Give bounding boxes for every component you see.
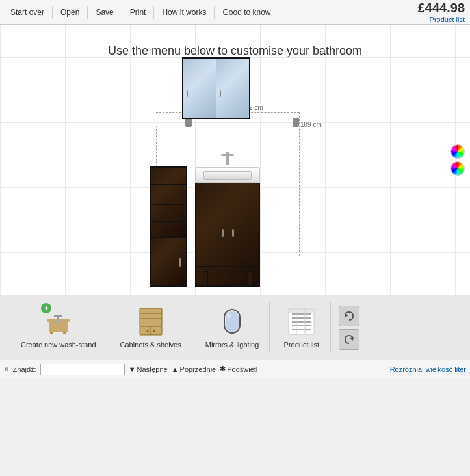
dimension-label-2: 189 cm (299, 121, 323, 128)
shelf-unit[interactable] (150, 166, 187, 287)
separator (214, 6, 215, 19)
sink-basin (203, 171, 252, 180)
dim-line-vert (299, 112, 300, 256)
bottom-toolbar: + Create new wash-stand (0, 295, 470, 360)
find-prev-label: Poprzednie (180, 365, 216, 373)
cabinet-legs-row (196, 267, 259, 285)
find-next-label: Następne (137, 365, 168, 373)
cabinet-doors-row (196, 183, 259, 267)
plus-badge: + (44, 306, 73, 337)
arrow-down-icon: ▼ (129, 365, 136, 373)
color-pickers (450, 144, 465, 176)
handle-right (232, 229, 234, 237)
shelf-door-handle (179, 258, 181, 267)
mirror-icon-svg (222, 307, 242, 336)
separator (52, 6, 53, 19)
cabinets-label: Cabinets & shelves (120, 340, 181, 349)
cabinet-icon-svg (138, 307, 163, 336)
svg-rect-25 (289, 309, 314, 313)
product-list-icon-svg (287, 307, 316, 336)
handle-left (222, 229, 224, 237)
leg-left (203, 271, 208, 285)
mirror-door-left[interactable] (183, 59, 216, 118)
separator (153, 6, 154, 19)
mirror-cabinet-body (182, 57, 250, 119)
undo-button[interactable] (339, 306, 359, 326)
bracket-left (185, 118, 192, 127)
svg-point-6 (53, 319, 63, 323)
highlight-icon: ✱ (220, 365, 226, 373)
browser-find-bar: × Znajdź: ▼ Następne ▲ Poprzednie ✱ Podś… (0, 360, 470, 378)
good-to-know-button[interactable]: Good to know (217, 5, 276, 20)
undo-icon (343, 310, 355, 322)
shelf-divider-3 (151, 221, 186, 222)
action-buttons (339, 306, 359, 350)
product-list-icon (285, 305, 318, 337)
svg-point-16 (227, 313, 231, 319)
svg-rect-7 (140, 308, 162, 326)
mirrors-lighting-tool[interactable]: Mirrors & lighting (195, 302, 270, 352)
svg-rect-1 (49, 322, 68, 332)
price-area: £444.98 Product list (418, 1, 465, 23)
mirror-door-right[interactable] (216, 59, 249, 118)
highlight-button[interactable]: ✱ Podświetl (220, 365, 257, 373)
svg-rect-15 (226, 311, 239, 332)
top-toolbar: Start over Open Save Print How it works … (0, 0, 470, 25)
cabinet-door-right[interactable] (228, 183, 259, 266)
svg-point-13 (153, 330, 155, 332)
product-list-link[interactable]: Product list (418, 16, 465, 23)
start-over-button[interactable]: Start over (5, 5, 49, 20)
product-list-label: Product list (284, 340, 319, 349)
find-next-button[interactable]: ▼ Następne (129, 365, 168, 373)
shelf-divider-2 (151, 204, 186, 205)
find-label: Znajdź: (13, 365, 36, 373)
svg-marker-27 (350, 337, 353, 341)
washstand-unit[interactable] (195, 167, 260, 287)
find-prev-button[interactable]: ▲ Poprzednie (172, 365, 216, 373)
product-list-tool[interactable]: Product list (272, 302, 331, 352)
mirror-handle-left (187, 90, 188, 97)
shelf-door-section (150, 238, 187, 287)
svg-marker-26 (345, 313, 348, 317)
faucet-stem (226, 152, 229, 165)
color-picker-1[interactable] (450, 144, 465, 159)
sink-top (195, 167, 260, 183)
canvas-area: Use the menu below to customise your bat… (0, 25, 470, 295)
faucet-spout (221, 154, 234, 156)
separator (87, 6, 88, 19)
instruction-text: Use the menu below to customise your bat… (0, 44, 470, 58)
color-picker-2[interactable] (450, 161, 465, 176)
bracket-right (293, 118, 299, 127)
cabinet-door-left[interactable] (196, 183, 228, 266)
mirrors-label: Mirrors & lighting (205, 340, 259, 349)
create-washstand-label: Create new wash-stand (21, 340, 96, 349)
create-washstand-icon: + (42, 305, 75, 337)
shelf-divider-1 (151, 184, 186, 185)
mirror-cabinet[interactable] (182, 57, 250, 119)
save-button[interactable]: Save (90, 5, 118, 20)
create-washstand-tool[interactable]: + Create new wash-stand (10, 302, 107, 352)
cabinets-shelves-tool[interactable]: Cabinets & shelves (110, 302, 192, 352)
font-size-toggle[interactable]: Rozróżniaj wielkość liter (390, 365, 466, 373)
find-close-button[interactable]: × (4, 364, 9, 374)
how-it-works-button[interactable]: How it works (157, 5, 211, 20)
redo-icon (343, 334, 355, 345)
svg-rect-5 (63, 332, 66, 334)
find-input[interactable] (40, 364, 125, 375)
separator (122, 6, 122, 19)
mirror-icon (216, 305, 248, 337)
price-display: £444.98 (418, 1, 465, 15)
svg-rect-4 (50, 332, 53, 334)
svg-point-12 (146, 330, 148, 332)
shelf-open-section (150, 166, 187, 238)
cabinets-icon (135, 305, 167, 337)
print-button[interactable]: Print (125, 5, 151, 20)
cabinet-body (195, 183, 260, 287)
arrow-up-icon: ▲ (172, 365, 179, 373)
open-button[interactable]: Open (55, 5, 85, 20)
redo-button[interactable] (339, 329, 359, 350)
highlight-label: Podświetl (227, 365, 257, 373)
mirror-handle-right (220, 90, 221, 97)
leg-right (247, 271, 252, 285)
